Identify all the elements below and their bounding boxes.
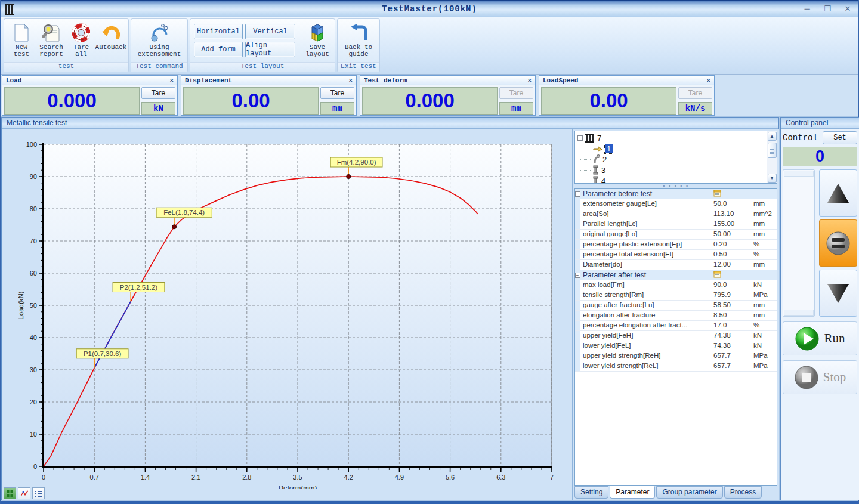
tab-process[interactable]: Process xyxy=(724,486,762,499)
scroll-down-icon[interactable]: ▼ xyxy=(768,174,777,183)
up-arrow-icon xyxy=(825,181,851,205)
run-label: Run xyxy=(824,331,845,346)
specimen-icon xyxy=(593,165,599,175)
list-view-button[interactable] xyxy=(32,487,45,499)
tare-button[interactable]: Tare xyxy=(141,87,175,99)
tab-group-parameter[interactable]: Group parameter xyxy=(656,486,722,499)
set-button[interactable]: Set xyxy=(823,131,857,144)
tree-expander-icon[interactable]: − xyxy=(577,135,583,141)
parameter-row[interactable]: elongation after fracture8.50mm xyxy=(575,311,777,321)
close-icon[interactable]: ✕ xyxy=(527,76,532,84)
scroll-up-icon[interactable]: ▲ xyxy=(768,132,777,141)
close-button[interactable]: ✕ xyxy=(842,4,853,14)
parameter-name: Diameter[do] xyxy=(580,260,710,270)
new-test-button[interactable]: New test xyxy=(7,20,36,58)
parameter-row[interactable]: percentage elongation after fract...17.0… xyxy=(575,321,777,331)
parameter-row[interactable]: percentage total extension[Et]0.50% xyxy=(575,250,777,260)
tare-all-button[interactable]: Tare all xyxy=(66,20,96,58)
parameter-row[interactable]: gauge after fracture[Lu]58.50mm xyxy=(575,301,777,311)
tree-item-label[interactable]: 1 xyxy=(605,144,613,153)
minimize-button[interactable]: ─ xyxy=(802,4,812,14)
parameter-unit: % xyxy=(750,321,777,330)
align-layout-button[interactable]: Align layout xyxy=(245,42,295,57)
using-extensometer-button[interactable]: Using extensoment xyxy=(134,20,185,58)
pointing-hand-icon xyxy=(593,145,602,153)
tare-button[interactable]: Tare xyxy=(320,87,354,99)
close-icon[interactable]: ✕ xyxy=(348,76,353,84)
search-report-button[interactable]: Search report xyxy=(36,20,66,58)
close-icon[interactable]: ✕ xyxy=(169,76,174,84)
horizontal-button[interactable]: Horizontal xyxy=(194,24,243,39)
tree-scrollbar[interactable]: ▲ ▼ xyxy=(767,131,777,183)
parameter-name: tensile strength[Rm] xyxy=(580,290,710,300)
parameter-value: 58.50 xyxy=(710,301,750,310)
parameter-row[interactable]: max load[Fm]90.0kN xyxy=(575,280,777,290)
form-icon[interactable] xyxy=(713,191,722,198)
autoback-button[interactable]: AutoBack xyxy=(96,20,126,51)
run-button[interactable]: Run xyxy=(783,321,857,355)
parameter-row[interactable]: Diameter[do]12.00mm xyxy=(575,260,777,270)
tree-item-label[interactable]: 2 xyxy=(602,155,607,164)
tare-button[interactable]: Tare xyxy=(499,87,533,99)
vertical-button[interactable]: Vertical xyxy=(245,24,295,39)
tree-item-label[interactable]: 7 xyxy=(597,134,601,143)
jog-stop-button[interactable] xyxy=(819,219,857,267)
tree-item-label[interactable]: 4 xyxy=(601,177,605,184)
tree-item-label[interactable]: 3 xyxy=(601,166,605,175)
collapse-icon[interactable]: − xyxy=(575,273,580,278)
tab-setting[interactable]: Setting xyxy=(574,486,608,499)
save-layout-button[interactable]: Save layout xyxy=(302,20,332,58)
svg-text:60: 60 xyxy=(30,270,37,277)
parameter-name: Parallel length[Lc] xyxy=(580,219,710,229)
close-icon[interactable]: ✕ xyxy=(706,76,710,84)
parameter-row[interactable]: area[So]113.10mm^2 xyxy=(575,209,777,219)
test-panel: Metallic tensile test 010203040506070809… xyxy=(1,117,779,500)
parameter-table: −Parameter before testextensometer gauge… xyxy=(574,188,777,486)
search-report-icon xyxy=(42,22,60,44)
parameter-name: upper yield strength[ReH] xyxy=(580,351,710,361)
scroll-thumb[interactable] xyxy=(768,143,777,158)
parameter-row[interactable]: lower yield strength[ReL]657.7MPa xyxy=(575,361,777,372)
tree-item-3[interactable]: 3 xyxy=(577,165,767,175)
parameter-row[interactable]: extensometer gauge[Le]50.0mm xyxy=(575,199,777,209)
svg-text:P1(0.7,30.6): P1(0.7,30.6) xyxy=(84,350,121,357)
parameter-section-header[interactable]: −Parameter before test xyxy=(575,189,777,199)
svg-text:7: 7 xyxy=(550,474,554,481)
add-form-button[interactable]: Add form xyxy=(194,42,243,57)
tab-parameter[interactable]: Parameter xyxy=(610,486,655,499)
window-bottom-edge xyxy=(1,501,858,504)
parameter-name: upper yield[FeH] xyxy=(580,331,710,341)
panel-splitter[interactable]: ▪ ▪ ▪ ▪ ▪ xyxy=(573,184,779,188)
svg-text:4.9: 4.9 xyxy=(395,474,404,481)
parameter-row[interactable]: upper yield strength[ReH]657.7MPa xyxy=(575,351,777,361)
parameter-value: 0.20 xyxy=(710,240,750,249)
stop-button[interactable]: Stop xyxy=(783,360,857,394)
autoback-icon xyxy=(101,22,120,44)
parameter-row[interactable]: upper yield[FeH]74.38kN xyxy=(575,331,777,341)
tree-item-4[interactable]: 4 xyxy=(577,175,767,183)
parameter-row[interactable]: original gauge[Lo]50.00mm xyxy=(575,230,777,240)
grid-view-button[interactable] xyxy=(4,487,16,499)
ribbon-group-label-test-layout: Test layout xyxy=(190,62,335,72)
restore-button[interactable]: ❐ xyxy=(822,4,833,14)
back-to-guide-button[interactable]: Back to guide xyxy=(340,20,377,58)
parameter-row[interactable]: lower yield[FeL]74.38kN xyxy=(575,341,777,351)
collapse-icon[interactable]: − xyxy=(575,191,580,197)
tree-item-7[interactable]: −7 xyxy=(577,132,767,143)
tare-button[interactable]: Tare xyxy=(678,87,712,99)
curve-view-button[interactable] xyxy=(18,487,30,499)
parameter-unit: mm xyxy=(750,230,777,239)
parameter-section-header[interactable]: −Parameter after test xyxy=(575,270,777,280)
parameter-row[interactable]: percentage plastic extension[Ep]0.20% xyxy=(575,240,777,250)
specimen-batch-icon xyxy=(585,134,595,143)
jog-down-button[interactable] xyxy=(819,270,857,317)
tree-item-2[interactable]: 2 xyxy=(577,154,767,165)
svg-text:20: 20 xyxy=(30,398,37,406)
parameter-row[interactable]: Parallel length[Lc]155.00mm xyxy=(575,219,777,230)
form-icon[interactable] xyxy=(713,272,722,279)
tree-item-1[interactable]: 1 xyxy=(577,143,767,154)
jog-up-button[interactable] xyxy=(819,169,857,217)
speed-track[interactable] xyxy=(783,169,815,317)
meter-unit: mm xyxy=(320,102,354,115)
parameter-row[interactable]: tensile strength[Rm]795.9MPa xyxy=(575,290,777,301)
